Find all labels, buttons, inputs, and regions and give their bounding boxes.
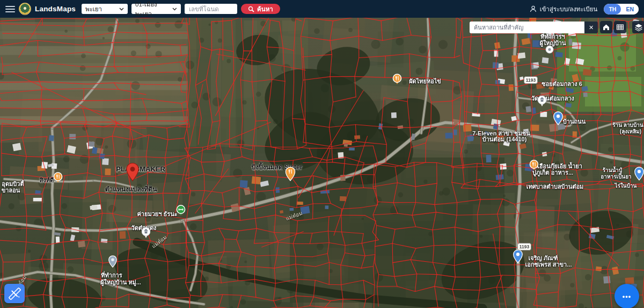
top-navbar: LandsMaps พะเยา 01-เมืองพะเยา ค้นหา เข้า…: [0, 0, 644, 18]
chevron-down-icon: [119, 8, 124, 11]
home-icon: [602, 23, 610, 31]
user-icon: [530, 5, 537, 12]
restaurant-poi-marker[interactable]: [53, 172, 63, 186]
restaurant-poi-marker[interactable]: [285, 167, 296, 183]
restaurant-poi-marker[interactable]: [529, 160, 539, 174]
province-select-value: พะเยา: [85, 4, 102, 14]
restaurant-poi-marker[interactable]: [392, 74, 402, 88]
login-register-link[interactable]: เข้าสู่ระบบ/ลงทะเบียน: [540, 4, 598, 14]
language-toggle: TH EN: [604, 4, 639, 15]
shop-poi-marker[interactable]: [634, 167, 644, 183]
parcel-location-marker[interactable]: [126, 162, 140, 184]
temple-poi-marker[interactable]: [537, 95, 547, 110]
gym-poi-marker[interactable]: [176, 205, 186, 219]
svg-text:1193: 1193: [519, 244, 530, 249]
search-button[interactable]: ค้นหา: [241, 4, 280, 14]
landsmaps-app: LandsMaps พะเยา 01-เมืองพะเยา ค้นหา เข้า…: [0, 0, 644, 308]
route-shield: 1193: [524, 76, 538, 86]
lang-th-button[interactable]: TH: [604, 4, 621, 15]
satellite-map-canvas[interactable]: [0, 18, 644, 308]
dol-logo-icon: [19, 3, 31, 15]
app-title: LandsMaps: [35, 5, 76, 13]
office-poi-marker[interactable]: [545, 45, 554, 56]
clear-search-button[interactable]: ✕: [584, 22, 598, 33]
layers-button[interactable]: [632, 21, 644, 33]
layers-icon: [634, 23, 643, 32]
measure-ruler-pencil-icon: [9, 288, 21, 300]
svg-text:1193: 1193: [526, 77, 536, 83]
grid-button[interactable]: [614, 21, 626, 33]
place-poi-marker[interactable]: [553, 111, 564, 127]
search-icon: [248, 6, 254, 12]
more-options-fab[interactable]: •••: [614, 284, 639, 308]
menu-icon[interactable]: [5, 6, 15, 12]
map-viewport[interactable]: PLANSMAKERตำแหน่งแปลงที่ดินปังปิ้งนมสด S…: [0, 18, 644, 308]
ellipsis-icon: •••: [623, 292, 632, 300]
place-search-input[interactable]: [470, 22, 584, 33]
chevron-down-icon: [172, 8, 177, 11]
map-search-box: ✕: [470, 22, 598, 33]
province-select[interactable]: พะเยา: [82, 4, 128, 14]
district-select[interactable]: 01-เมืองพะเยา: [131, 4, 181, 14]
deed-number-input[interactable]: [185, 4, 237, 14]
office-poi-marker[interactable]: [108, 255, 118, 270]
district-select-value: 01-เมืองพะเยา: [135, 0, 172, 19]
measure-tool-button[interactable]: [4, 284, 25, 303]
lang-en-button[interactable]: EN: [621, 4, 639, 15]
close-icon: ✕: [589, 24, 594, 31]
navbar-right: เข้าสู่ระบบ/ลงทะเบียน TH EN: [530, 4, 639, 15]
home-button[interactable]: [600, 21, 612, 33]
search-button-label: ค้นหา: [257, 4, 273, 14]
grid-icon: [616, 23, 624, 31]
temple-poi-marker[interactable]: [141, 227, 151, 242]
route-shield: 1193: [517, 243, 531, 253]
